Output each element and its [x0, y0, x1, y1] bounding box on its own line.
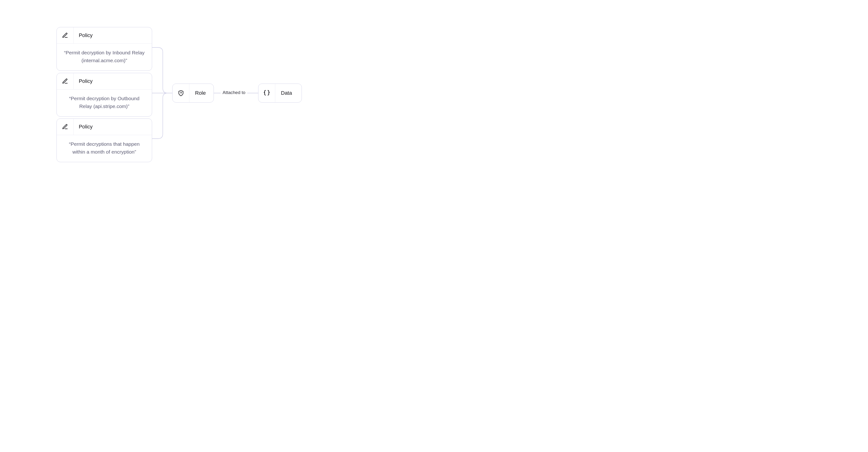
relation-label: Attached to: [221, 90, 247, 95]
policy-description: “Permit decryption by Inbound Relay (int…: [57, 44, 152, 70]
diagram-canvas: Policy “Permit decryption by Inbound Rel…: [0, 0, 359, 187]
role-card: Role: [172, 84, 214, 102]
braces-icon: [258, 84, 275, 102]
policy-title: Policy: [73, 27, 152, 43]
data-card: Data: [258, 84, 302, 102]
data-label: Data: [275, 84, 299, 102]
policy-title: Policy: [73, 119, 152, 135]
role-label: Role: [189, 84, 212, 102]
shield-question-icon: [173, 84, 189, 102]
policy-description: “Permit decryptions that happen within a…: [57, 135, 152, 162]
policy-header: Policy: [57, 119, 152, 135]
policy-header: Policy: [57, 27, 152, 44]
policy-card-1: Policy “Permit decryption by Inbound Rel…: [57, 27, 152, 71]
edit-icon: [57, 119, 73, 135]
edit-icon: [57, 27, 73, 43]
policy-card-2: Policy “Permit decryption by Outbound Re…: [57, 73, 152, 117]
policy-title: Policy: [73, 73, 152, 89]
svg-point-0: [181, 94, 181, 94]
policy-description: “Permit decryption by Outbound Relay (ap…: [57, 90, 152, 116]
policy-header: Policy: [57, 73, 152, 90]
policy-card-3: Policy “Permit decryptions that happen w…: [57, 118, 152, 162]
edit-icon: [57, 73, 73, 89]
